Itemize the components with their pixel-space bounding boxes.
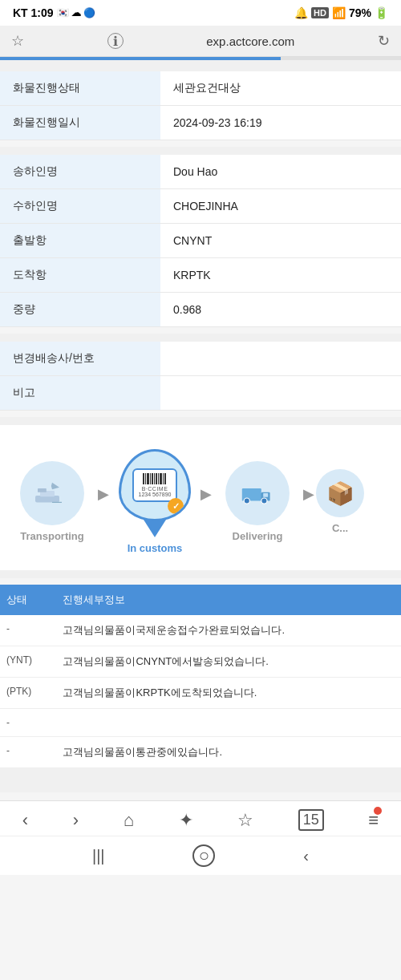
sys-home-button[interactable]: ○ xyxy=(192,844,215,867)
status-right: 🔔 HD 📶 79% 🔋 xyxy=(294,6,388,19)
label-sender: 송하인명 xyxy=(0,155,160,189)
barcode-lines xyxy=(143,473,166,484)
refresh-icon[interactable]: ↻ xyxy=(378,32,390,50)
nav-back-button[interactable]: ‹ xyxy=(22,810,28,831)
signal-icon: 📶 xyxy=(332,6,346,19)
section-gap-3 xyxy=(0,417,401,425)
nav-tabs-button[interactable]: 15 xyxy=(298,809,324,831)
customs-label-inner: B·CCIME xyxy=(142,486,168,492)
log-row-2: (YNT) 고객님의물품이CNYNT에서발송되었습니다. xyxy=(0,646,401,678)
step-customs: B·CCIME 1234 567890 ✓ In customs xyxy=(111,449,199,554)
label-cargo-status: 화물진행상태 xyxy=(0,71,160,106)
nav-bookmark-icon: ☆ xyxy=(237,810,253,831)
svg-point-9 xyxy=(261,498,267,504)
table-row: 화물진행상태 세관요건대상 xyxy=(0,71,401,106)
value-origin-port: CNYNT xyxy=(160,224,401,258)
nav-menu-button[interactable]: ≡ xyxy=(368,810,379,831)
label-dest-port: 도착항 xyxy=(0,258,160,293)
top-spacer xyxy=(0,60,401,71)
log-status-3: (PTK) xyxy=(0,678,56,709)
log-table-header-row: 상태 진행세부정보 xyxy=(0,585,401,615)
arrow-2: ▶ xyxy=(200,485,212,503)
checkmark-badge: ✓ xyxy=(168,498,184,514)
table-row: 화물진행일시 2024-09-23 16:19 xyxy=(0,106,401,140)
log-detail-5: 고객님의물품이통관중에있습니다. xyxy=(56,737,401,768)
tracking-section: Transporting ▶ xyxy=(0,425,401,570)
label-cargo-date: 화물진행일시 xyxy=(0,106,160,140)
section-gap-1 xyxy=(0,147,401,155)
arrow-3: ▶ xyxy=(303,485,314,503)
log-detail-3: 고객님의물품이KRPTK에도착되었습니다. xyxy=(56,678,401,709)
log-detail-4 xyxy=(56,709,401,737)
section-gap-2 xyxy=(0,334,401,342)
carrier-text: KT 1:09 xyxy=(13,6,54,19)
nav-magic-icon: ✦ xyxy=(179,810,193,831)
sys-back-button[interactable]: ‹ xyxy=(303,847,309,865)
transporting-svg xyxy=(33,474,71,512)
table-row: 수하인명 CHOEJINHA xyxy=(0,189,401,224)
extra-info-table: 변경배송사/번호 비고 xyxy=(0,342,401,411)
value-weight: 0.968 xyxy=(160,293,401,327)
nav-magic-button[interactable]: ✦ xyxy=(179,810,193,831)
nav-bookmark-button[interactable]: ☆ xyxy=(237,810,253,831)
battery-text: 79% xyxy=(349,6,371,19)
log-section: 상태 진행세부정보 - 고객님의물품이국제운송접수가완료되었습니다. (YNT)… xyxy=(0,585,401,768)
log-status-5: - xyxy=(0,737,56,768)
nav-back-icon: ‹ xyxy=(22,810,28,831)
battery-icon: 🔋 xyxy=(375,6,388,19)
nav-home-button[interactable]: ⌂ xyxy=(124,810,134,831)
customs-pin-inner: B·CCIME 1234 567890 xyxy=(132,468,178,502)
delivering-icon-wrap xyxy=(225,461,290,525)
info-icon[interactable]: ℹ xyxy=(107,33,124,49)
customs-pin-head: B·CCIME 1234 567890 ✓ xyxy=(119,449,191,521)
value-note xyxy=(160,376,401,411)
step-delivering-label: Delivering xyxy=(233,530,283,542)
log-row-4: - xyxy=(0,709,401,737)
svg-rect-10 xyxy=(263,493,268,497)
log-status-1: - xyxy=(0,615,56,646)
shipment-info-table: 송하인명 Dou Hao 수하인명 CHOEJINHA 출발항 CNYNT 도착… xyxy=(0,155,401,327)
label-weight: 중량 xyxy=(0,293,160,327)
step-delivering: Delivering xyxy=(213,461,302,542)
log-col-status: 상태 xyxy=(0,585,56,615)
star-icon[interactable]: ☆ xyxy=(11,32,24,50)
browser-bar: ☆ ℹ exp.actcore.com ↻ xyxy=(0,26,401,57)
alarm-icon: 🔔 xyxy=(294,6,308,19)
browser-url[interactable]: exp.actcore.com xyxy=(206,34,294,48)
label-origin-port: 출발항 xyxy=(0,224,160,258)
log-row-3: (PTK) 고객님의물품이KRPTK에도착되었습니다. xyxy=(0,678,401,709)
table-row: 도착항 KRPTK xyxy=(0,258,401,293)
bottom-nav[interactable]: ‹ › ⌂ ✦ ☆ 15 ≡ xyxy=(0,800,401,836)
table-row: 출발항 CNYNT xyxy=(0,224,401,258)
step-complete: 📦 C... xyxy=(316,469,364,534)
status-bar: KT 1:09 🇰🇷 ☁ 🔵 🔔 HD 📶 79% 🔋 xyxy=(0,0,401,26)
section-gap-4 xyxy=(0,570,401,578)
arrow-1: ▶ xyxy=(98,485,109,503)
value-sender: Dou Hao xyxy=(160,155,401,189)
log-detail-2: 고객님의물품이CNYNT에서발송되었습니다. xyxy=(56,646,401,678)
svg-rect-2 xyxy=(38,488,47,492)
sys-recent-button[interactable]: ||| xyxy=(92,847,105,865)
step-customs-label: In customs xyxy=(128,542,183,554)
value-receiver: CHOEJINHA xyxy=(160,189,401,224)
table-row: 변경배송사/번호 xyxy=(0,342,401,376)
nav-home-icon: ⌂ xyxy=(124,810,134,831)
hd-icon: HD xyxy=(311,7,329,18)
tracking-steps: Transporting ▶ xyxy=(0,449,401,554)
log-status-4: - xyxy=(0,709,56,737)
table-row: 송하인명 Dou Hao xyxy=(0,155,401,189)
table-row: 중량 0.968 xyxy=(0,293,401,327)
cargo-status-table: 화물진행상태 세관요건대상 화물진행일시 2024-09-23 16:19 xyxy=(0,71,401,140)
step-transporting: Transporting xyxy=(8,461,96,542)
customs-label-inner2: 1234 567890 xyxy=(139,492,172,497)
step-transporting-label: Transporting xyxy=(20,530,83,542)
label-note: 비고 xyxy=(0,376,160,411)
nav-tabs-icon: 15 xyxy=(298,809,324,831)
step-complete-label: C... xyxy=(332,522,348,534)
value-cargo-date: 2024-09-23 16:19 xyxy=(160,106,401,140)
label-carrier-change: 변경배송사/번호 xyxy=(0,342,160,376)
complete-icon: 📦 xyxy=(326,480,354,507)
nav-forward-button[interactable]: › xyxy=(73,810,79,831)
svg-rect-0 xyxy=(35,496,59,502)
value-dest-port: KRPTK xyxy=(160,258,401,293)
